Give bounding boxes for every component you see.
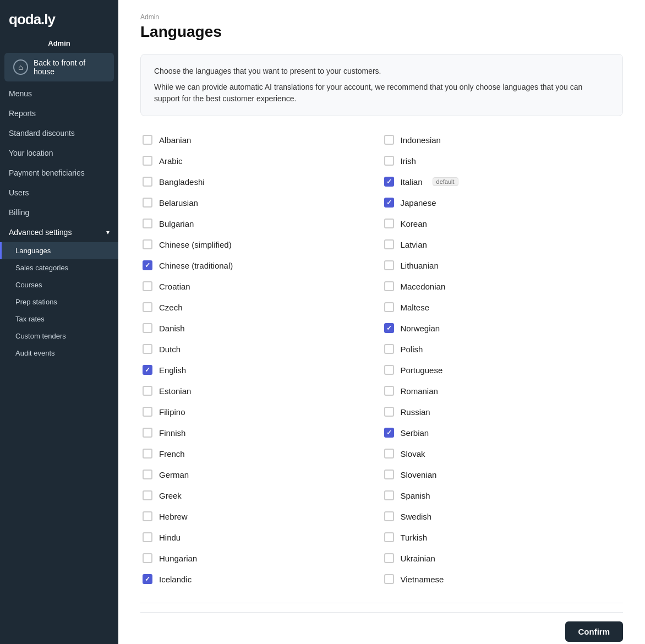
language-item-filipino[interactable]: Filipino bbox=[140, 401, 382, 422]
language-item-macedonian[interactable]: Macedonian bbox=[382, 276, 624, 297]
language-item-croatian[interactable]: Croatian bbox=[140, 276, 382, 297]
checkbox-arabic[interactable] bbox=[143, 156, 152, 166]
checkbox-lithuanian[interactable] bbox=[384, 260, 394, 270]
checkbox-japanese[interactable] bbox=[384, 198, 394, 208]
language-item-dutch[interactable]: Dutch bbox=[140, 339, 382, 359]
checkbox-ukrainian[interactable] bbox=[384, 553, 394, 563]
language-item-hungarian[interactable]: Hungarian bbox=[140, 548, 382, 569]
checkbox-latvian[interactable] bbox=[384, 239, 394, 249]
language-item-french[interactable]: French bbox=[140, 443, 382, 464]
language-item-italian[interactable]: Italiandefault bbox=[382, 171, 624, 192]
checkbox-turkish[interactable] bbox=[384, 532, 394, 542]
checkbox-maltese[interactable] bbox=[384, 302, 394, 312]
language-item-irish[interactable]: Irish bbox=[382, 150, 624, 171]
language-item-belarusian[interactable]: Belarusian bbox=[140, 192, 382, 213]
checkbox-filipino[interactable] bbox=[143, 407, 152, 417]
checkbox-french[interactable] bbox=[143, 449, 152, 459]
language-item-japanese[interactable]: Japanese bbox=[382, 192, 624, 213]
language-item-english[interactable]: English bbox=[140, 359, 382, 380]
language-item-swedish[interactable]: Swedish bbox=[382, 506, 624, 527]
checkbox-bulgarian[interactable] bbox=[143, 219, 152, 228]
checkbox-vietnamese[interactable] bbox=[384, 574, 394, 584]
checkbox-czech[interactable] bbox=[143, 302, 152, 312]
sidebar-item-your-location[interactable]: Your location bbox=[0, 143, 118, 163]
language-item-ukrainian[interactable]: Ukrainian bbox=[382, 548, 624, 569]
language-item-korean[interactable]: Korean bbox=[382, 213, 624, 234]
checkbox-albanian[interactable] bbox=[143, 135, 152, 145]
checkbox-croatian[interactable] bbox=[143, 281, 152, 291]
checkbox-english[interactable] bbox=[143, 365, 152, 375]
language-item-arabic[interactable]: Arabic bbox=[140, 150, 382, 171]
sidebar-item-payment-beneficiaries[interactable]: Payment beneficiaries bbox=[0, 163, 118, 183]
checkbox-hungarian[interactable] bbox=[143, 553, 152, 563]
checkbox-polish[interactable] bbox=[384, 344, 394, 354]
sidebar-sub-item-custom-tenders[interactable]: Custom tenders bbox=[0, 328, 118, 345]
language-item-latvian[interactable]: Latvian bbox=[382, 234, 624, 255]
sidebar-item-reports[interactable]: Reports bbox=[0, 103, 118, 123]
sidebar-item-standard-discounts[interactable]: Standard discounts bbox=[0, 123, 118, 143]
checkbox-irish[interactable] bbox=[384, 156, 394, 166]
sidebar-item-menus[interactable]: Menus bbox=[0, 84, 118, 103]
language-item-chinese-simplified[interactable]: Chinese (simplified) bbox=[140, 234, 382, 255]
language-item-icelandic[interactable]: Icelandic bbox=[140, 569, 382, 590]
language-item-maltese[interactable]: Maltese bbox=[382, 297, 624, 318]
language-item-indonesian[interactable]: Indonesian bbox=[382, 129, 624, 150]
language-item-bangladeshi[interactable]: Bangladeshi bbox=[140, 171, 382, 192]
checkbox-korean[interactable] bbox=[384, 219, 394, 228]
language-item-greek[interactable]: Greek bbox=[140, 485, 382, 506]
checkbox-danish[interactable] bbox=[143, 323, 152, 333]
language-item-slovenian[interactable]: Slovenian bbox=[382, 464, 624, 485]
checkbox-estonian[interactable] bbox=[143, 386, 152, 396]
confirm-button[interactable]: Confirm bbox=[565, 621, 624, 642]
checkbox-dutch[interactable] bbox=[143, 344, 152, 354]
language-item-danish[interactable]: Danish bbox=[140, 318, 382, 339]
language-item-lithuanian[interactable]: Lithuanian bbox=[382, 255, 624, 276]
sidebar-sub-item-audit-events[interactable]: Audit events bbox=[0, 345, 118, 362]
language-item-vietnamese[interactable]: Vietnamese bbox=[382, 569, 624, 590]
sidebar-item-users[interactable]: Users bbox=[0, 183, 118, 203]
back-to-front-of-house-button[interactable]: ⌂ Back to front of house bbox=[4, 53, 114, 81]
language-item-serbian[interactable]: Serbian bbox=[382, 422, 624, 443]
language-item-romanian[interactable]: Romanian bbox=[382, 380, 624, 401]
checkbox-chinese-traditional[interactable] bbox=[143, 260, 152, 270]
language-item-russian[interactable]: Russian bbox=[382, 401, 624, 422]
checkbox-chinese-simplified[interactable] bbox=[143, 239, 152, 249]
sidebar-item-advanced-settings[interactable]: Advanced settings ▾ bbox=[0, 222, 118, 242]
language-item-bulgarian[interactable]: Bulgarian bbox=[140, 213, 382, 234]
language-item-norwegian[interactable]: Norwegian bbox=[382, 318, 624, 339]
checkbox-macedonian[interactable] bbox=[384, 281, 394, 291]
sidebar-sub-item-prep-stations[interactable]: Prep stations bbox=[0, 293, 118, 310]
language-item-estonian[interactable]: Estonian bbox=[140, 380, 382, 401]
checkbox-norwegian[interactable] bbox=[384, 323, 394, 333]
sidebar-sub-item-courses[interactable]: Courses bbox=[0, 276, 118, 293]
language-item-turkish[interactable]: Turkish bbox=[382, 527, 624, 548]
checkbox-hebrew[interactable] bbox=[143, 511, 152, 521]
language-item-hebrew[interactable]: Hebrew bbox=[140, 506, 382, 527]
checkbox-serbian[interactable] bbox=[384, 428, 394, 438]
sidebar-sub-item-sales-categories[interactable]: Sales categories bbox=[0, 259, 118, 276]
language-item-chinese-traditional[interactable]: Chinese (traditional) bbox=[140, 255, 382, 276]
checkbox-bangladeshi[interactable] bbox=[143, 177, 152, 187]
language-item-portuguese[interactable]: Portuguese bbox=[382, 359, 624, 380]
checkbox-indonesian[interactable] bbox=[384, 135, 394, 145]
checkbox-slovenian[interactable] bbox=[384, 470, 394, 479]
checkbox-portuguese[interactable] bbox=[384, 365, 394, 375]
sidebar-sub-item-tax-rates[interactable]: Tax rates bbox=[0, 310, 118, 328]
language-item-slovak[interactable]: Slovak bbox=[382, 443, 624, 464]
checkbox-finnish[interactable] bbox=[143, 428, 152, 438]
language-item-czech[interactable]: Czech bbox=[140, 297, 382, 318]
language-item-finnish[interactable]: Finnish bbox=[140, 422, 382, 443]
checkbox-romanian[interactable] bbox=[384, 386, 394, 396]
language-item-german[interactable]: German bbox=[140, 464, 382, 485]
checkbox-italian[interactable] bbox=[384, 177, 394, 187]
language-item-albanian[interactable]: Albanian bbox=[140, 129, 382, 150]
language-item-polish[interactable]: Polish bbox=[382, 339, 624, 359]
checkbox-icelandic[interactable] bbox=[143, 574, 152, 584]
checkbox-spanish[interactable] bbox=[384, 490, 394, 500]
language-item-spanish[interactable]: Spanish bbox=[382, 485, 624, 506]
checkbox-slovak[interactable] bbox=[384, 449, 394, 459]
checkbox-german[interactable] bbox=[143, 470, 152, 479]
sidebar-item-billing[interactable]: Billing bbox=[0, 203, 118, 222]
language-item-hindu[interactable]: Hindu bbox=[140, 527, 382, 548]
checkbox-belarusian[interactable] bbox=[143, 198, 152, 208]
